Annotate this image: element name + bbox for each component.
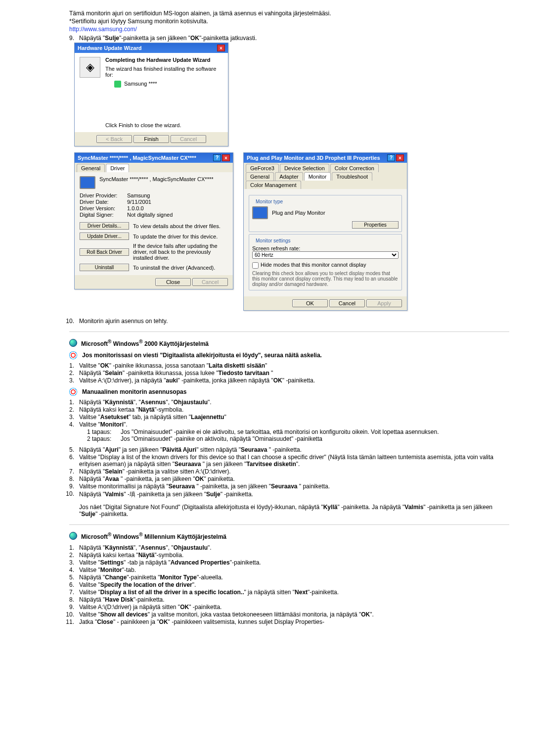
device-name: SyncMaster ****/**** , MagicSyncMaster C… [99,176,213,182]
uninstall-button[interactable]: Uninstall [80,264,129,271]
apply-button: Apply [366,299,402,307]
wizard-titlebar: Hardware Update Wizard× [75,43,228,53]
monitor-icon [252,206,268,219]
cancel-button[interactable]: Cancel [329,299,365,307]
close-button[interactable]: Close [155,278,191,286]
wizard-line1: The wizard has finished installing the s… [105,66,223,78]
refresh-rate-select[interactable]: 60 Hertz [252,251,399,259]
close-icon[interactable]: × [396,154,404,161]
close-icon[interactable]: × [222,154,230,161]
tab-geforce3[interactable]: GeForce3 [246,164,279,172]
tab-general[interactable]: General [246,172,274,181]
close-icon[interactable]: × [217,45,225,51]
step10-num: 10. [62,318,74,325]
win2000-signature-note: Jos näet "Digital Signature Not Found" (… [79,504,509,518]
section-divider [69,524,509,525]
step9-num: 9. [62,35,74,42]
wizard-device: Samsung **** [114,81,223,88]
globe-icon [69,339,77,347]
samsung-url[interactable]: http://www.samsung.com/ [69,26,137,33]
monitor-icon [80,176,95,189]
driver-details-button[interactable]: Driver Details... [80,222,129,230]
step9-text: Näpäytä "Sulje"-painiketta ja sen jälkee… [79,35,509,42]
monitor-type-legend: Monitor type [254,199,284,204]
tab-color-management[interactable]: Color Management [246,181,301,189]
tab-device-selection[interactable]: Device Selection [280,164,329,172]
tab-general[interactable]: General [77,164,105,172]
ok-button[interactable]: OK [292,299,328,307]
help-icon[interactable]: ? [387,154,395,161]
cancel-button: Cancel [171,135,206,143]
target-icon [69,351,77,359]
cancel-button: Cancel [192,278,228,286]
tab-color-correction[interactable]: Color Correction [330,164,379,172]
back-button: < Back [96,135,132,143]
hide-modes-checkbox[interactable]: Hide modes that this monitor cannot disp… [252,262,366,268]
intro-line2: *Sertifioitu ajuri löytyy Samsung monito… [69,18,509,25]
wizard-heading: Completing the Hardware Update Wizard [105,57,211,63]
pnp-titlebar: Plug and Play Monitor and 3D Prophet III… [244,153,407,163]
rollback-driver-button[interactable]: Roll Back Driver [80,248,129,256]
win2000-note: Jos monitorissasi on viesti "Digitaalist… [82,352,322,359]
winme-heading: Microsoft® Windows® Millennium Käyttöjär… [81,532,226,540]
globe-icon [69,532,77,540]
hide-modes-note: Clearing this check box allows you to se… [252,271,399,287]
refresh-rate-label: Screen refresh rate: [252,245,399,251]
win2000-manual-heading: Manuaalinen monitorin asennusopas [82,388,186,395]
properties-button[interactable]: Properties [352,221,399,229]
help-icon[interactable]: ? [213,154,221,161]
tab-troubleshoot[interactable]: Troubleshoot [332,172,372,181]
target-icon [69,388,77,396]
monitor-settings-legend: Monitor settings [254,238,292,243]
driver-titlebar: SyncMaster ****/**** , MagicSyncMaster C… [75,153,233,163]
intro-line1: Tämä monitorin ajuri on sertifioidun MS-… [69,10,509,17]
step10-text: Monitorin ajurin asennus on tehty. [79,318,509,325]
update-driver-button[interactable]: Update Driver... [80,233,129,240]
wizard-line3: Click Finish to close the wizard. [105,122,223,128]
win2000-heading: Microsoft® Windows® 2000 Käyttöjärjestel… [81,339,209,347]
wizard-icon: ◈ [80,57,100,78]
section-divider [69,331,509,332]
tab-monitor[interactable]: Monitor [304,172,331,181]
tab-driver[interactable]: Driver [106,164,129,172]
finish-button[interactable]: Finish [134,135,169,143]
pnp-monitor-name: Plug and Play Monitor [272,210,325,216]
tab-adapter[interactable]: Adapter [275,172,303,181]
